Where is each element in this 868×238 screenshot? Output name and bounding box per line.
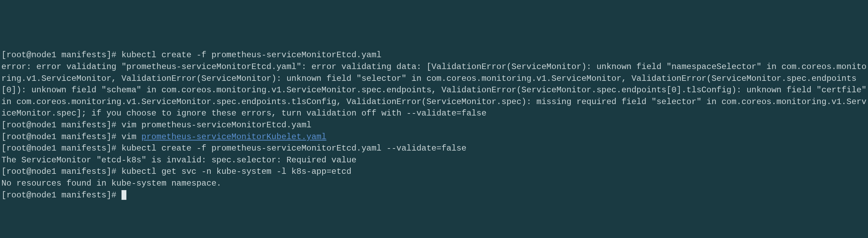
terminal-cursor bbox=[122, 190, 126, 200]
shell-prompt: [root@node1 manifests]# bbox=[1, 132, 122, 142]
command-text: vim prometheus-serviceMonitorEtcd.yaml bbox=[122, 120, 311, 130]
command-text: kubectl create -f prometheus-serviceMoni… bbox=[122, 144, 467, 153]
command-text: vim bbox=[122, 132, 142, 142]
command-text: kubectl create -f prometheus-serviceMoni… bbox=[122, 50, 382, 60]
shell-prompt: [root@node1 manifests]# bbox=[1, 167, 122, 176]
command-output: No resources found in kube-system namesp… bbox=[1, 179, 222, 188]
terminal-output[interactable]: [root@node1 manifests]# kubectl create -… bbox=[1, 49, 867, 201]
shell-prompt: [root@node1 manifests]# bbox=[1, 50, 122, 60]
command-output: The ServiceMonitor "etcd-k8s" is invalid… bbox=[1, 155, 357, 165]
error-output: error: error validating "prometheus-serv… bbox=[1, 62, 868, 118]
command-text: kubectl get svc -n kube-system -l k8s-ap… bbox=[122, 167, 352, 176]
shell-prompt: [root@node1 manifests]# bbox=[1, 190, 122, 200]
shell-prompt: [root@node1 manifests]# bbox=[1, 144, 122, 153]
shell-prompt: [root@node1 manifests]# bbox=[1, 120, 122, 130]
file-link[interactable]: prometheus-serviceMonitorKubelet.yaml bbox=[141, 132, 326, 142]
